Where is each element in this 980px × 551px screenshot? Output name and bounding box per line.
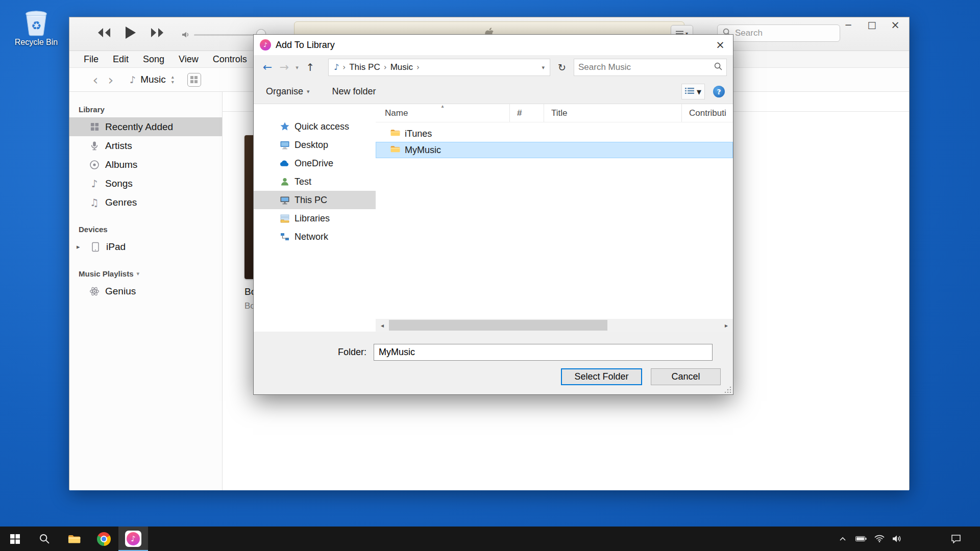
folder-icon [390,129,400,139]
menu-song[interactable]: Song [136,51,172,67]
taskbar-chrome-button[interactable] [89,527,118,551]
refresh-button[interactable]: ↻ [554,59,570,76]
forward-chevron-button[interactable]: › [103,73,118,87]
sidebar-item-artists[interactable]: Artists [69,136,222,155]
itunes-app-icon: ♪ [260,39,271,51]
menu-view[interactable]: View [172,51,206,67]
folder-name-input[interactable] [374,344,713,361]
volume-slider-track[interactable] [194,34,261,36]
tree-item-onedrive[interactable]: OneDrive [254,154,376,172]
up-one-level-button[interactable]: ↑ [303,62,318,72]
minimize-button[interactable]: − [837,17,860,33]
resize-grip[interactable] [725,386,731,393]
menu-edit[interactable]: Edit [106,51,136,67]
action-center-button[interactable] [947,527,965,551]
menu-controls[interactable]: Controls [206,51,254,67]
sidebar-item-genius[interactable]: Genius [69,282,222,300]
address-dropdown-icon[interactable]: ▾ [542,65,545,70]
tray-volume-icon[interactable] [888,527,905,551]
tree-item-desktop[interactable]: Desktop [254,136,376,154]
dialog-search-input[interactable] [578,62,714,72]
forward-button[interactable]: → [277,62,291,73]
sidebar-header-devices: Devices [69,219,222,237]
sidebar-item-albums[interactable]: Albums [69,155,222,174]
tree-item-quick-access[interactable]: Quick access [254,117,376,136]
dialog-search-box[interactable] [574,59,727,76]
chevron-down-icon[interactable]: ▾ [137,271,140,277]
sidebar-header-library: Library [69,99,222,117]
scrollbar-track[interactable] [389,319,720,332]
menu-file[interactable]: File [77,51,106,67]
tree-item-libraries[interactable]: Libraries [254,209,376,228]
scrollbar-thumb[interactable] [389,320,607,331]
taskbar-file-explorer-button[interactable] [59,527,89,551]
dialog-navigation-pane: Quick access Desktop OneDrive Test [254,104,376,332]
cancel-button[interactable]: Cancel [651,368,721,385]
recycle-bin-label: Recycle Bin [8,38,64,47]
column-header-contributing-artists[interactable]: Contributi [682,104,733,122]
fast-forward-button[interactable] [150,27,164,40]
sidebar-item-recently-added[interactable]: Recently Added [69,117,222,136]
sidebar-item-ipad[interactable]: ▸ iPad [69,237,222,256]
music-folder-icon: ♪ [334,63,339,71]
chrome-icon [97,532,111,546]
start-button[interactable] [0,527,30,551]
horizontal-scrollbar[interactable]: ◂ ▸ [376,319,733,332]
notification-bubble-icon [951,534,961,543]
back-chevron-button[interactable]: ‹ [88,73,103,87]
sidebar-item-label: iPad [106,241,126,253]
close-button[interactable]: × [884,17,907,33]
search-icon [39,534,50,544]
folder-name-row: Folder: [254,343,734,361]
rewind-button[interactable] [97,27,111,40]
change-view-button[interactable]: ▾ [681,84,705,99]
media-kind-selector[interactable]: ♪ Music ▴ ▾ [130,74,174,85]
taskbar-search-button[interactable] [30,527,59,551]
tree-item-test[interactable]: Test [254,172,376,191]
music-note-icon: ♪ [130,75,136,85]
sort-ascending-icon: ▴ [441,104,444,109]
tray-show-hidden-icons-button[interactable] [834,527,851,551]
itunes-search-input[interactable] [735,28,848,38]
itunes-search-box[interactable] [717,24,840,42]
tree-item-network[interactable]: Network [254,228,376,246]
new-folder-button[interactable]: New folder [332,86,376,97]
sidebar-item-label: Recently Added [105,121,173,133]
dialog-close-button[interactable]: × [707,35,733,55]
taskbar: ♪ [0,527,980,551]
recycle-bin-desktop-icon[interactable]: ♻ Recycle Bin [8,5,64,47]
organise-menu-button[interactable]: Organise ▾ [266,86,310,97]
window-controls: − □ × [837,17,907,33]
recycle-bin-icon: ♻ [21,5,51,37]
scroll-right-arrow[interactable]: ▸ [720,319,733,332]
scroll-left-arrow[interactable]: ◂ [376,319,389,332]
select-folder-button[interactable]: Select Folder [561,368,642,385]
sidebar-item-songs[interactable]: ♪ Songs [69,174,222,193]
sidebar-item-genres[interactable]: ♫ Genres [69,193,222,212]
tray-battery-icon[interactable] [852,527,870,551]
file-row-mymusic[interactable]: MyMusic [376,142,733,158]
maximize-button[interactable]: □ [860,17,884,33]
tray-network-icon[interactable] [871,527,888,551]
column-header-title[interactable]: Title [544,104,682,122]
playback-controls [97,26,164,42]
view-grid-button[interactable] [187,73,201,87]
expander-chevron-icon[interactable]: ▸ [77,243,85,250]
search-icon [714,62,722,72]
history-dropdown-icon[interactable]: ▾ [293,65,301,70]
beamed-note-icon: ♫ [89,197,100,208]
breadcrumb-this-pc[interactable]: This PC [349,62,380,72]
tree-item-this-pc[interactable]: This PC [254,191,376,209]
back-button[interactable]: ← [260,62,275,73]
dialog-titlebar[interactable]: ♪ Add To Library × [254,35,733,55]
dialog-file-list: ▴ Name # Title Contributi iTu [376,104,733,332]
file-row-itunes[interactable]: iTunes [376,126,733,142]
play-button[interactable] [125,26,137,42]
help-button[interactable]: ? [713,86,725,97]
column-header-name[interactable]: ▴ Name [376,104,510,122]
taskbar-itunes-button[interactable]: ♪ [118,527,148,551]
breadcrumb-music[interactable]: Music [390,62,413,72]
column-header-number[interactable]: # [510,104,544,122]
folder-icon [390,145,400,156]
address-bar[interactable]: ♪ › This PC › Music › ▾ [328,59,550,76]
